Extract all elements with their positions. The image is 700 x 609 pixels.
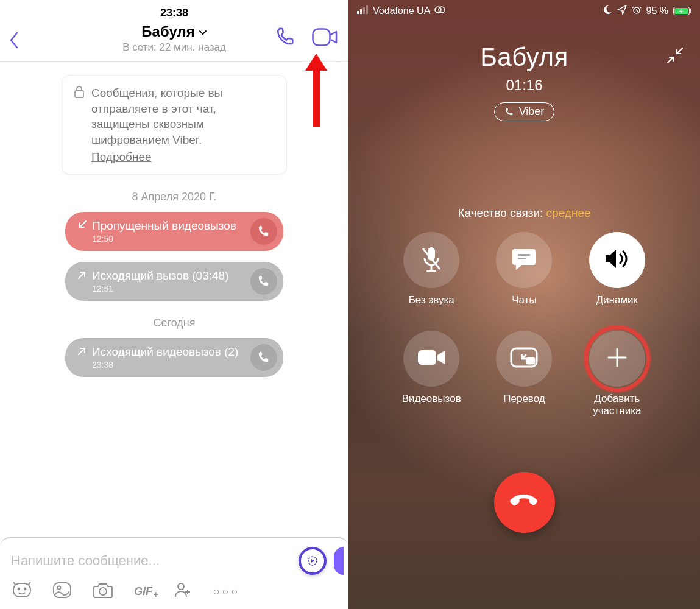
transfer-button[interactable]: Перевод	[478, 331, 570, 418]
voice-message-button[interactable]	[299, 547, 327, 575]
mention-icon[interactable]	[173, 581, 193, 602]
svg-point-7	[58, 586, 61, 590]
svg-point-15	[439, 7, 445, 13]
chats-label: Чаты	[512, 294, 536, 320]
mute-label: Без звука	[409, 294, 454, 320]
call-back-button[interactable]	[250, 218, 277, 245]
transfer-label: Перевод	[503, 393, 545, 418]
svg-point-5	[24, 588, 26, 590]
video-label: Видеовызов	[402, 393, 461, 418]
signal-icon	[357, 5, 369, 16]
svg-rect-26	[418, 350, 436, 365]
video-icon	[417, 348, 446, 370]
voice-call-button[interactable]	[275, 27, 296, 50]
lock-icon	[73, 85, 85, 103]
quality-value: среднее	[546, 206, 591, 219]
chevron-down-icon	[199, 23, 207, 40]
arrow-out-icon	[77, 269, 87, 283]
encryption-text: Сообщения, которые вы отправляете в этот…	[91, 86, 222, 146]
call-back-button[interactable]	[250, 344, 277, 371]
svg-rect-21	[431, 265, 433, 270]
call-time: 12:50	[77, 234, 242, 244]
call-controls: Без звука Чаты Динамик Видеовызов	[348, 220, 700, 418]
add-participant-button[interactable]: Добавить участника	[571, 331, 663, 418]
location-icon	[617, 5, 627, 17]
call-duration: 01:16	[348, 77, 700, 94]
video-button[interactable]: Видеовызов	[385, 331, 478, 418]
chat-header: Бабуля В сети: 22 мин. назад	[0, 19, 348, 62]
transfer-icon	[509, 346, 539, 371]
call-log-outgoing[interactable]: Исходящий вызов (03:48) 12:51	[65, 262, 283, 301]
call-contact-name: Бабуля	[348, 43, 700, 72]
chat-icon	[511, 247, 537, 273]
svg-rect-19	[690, 9, 691, 13]
call-title: Исходящий видеовызов (2)	[92, 345, 238, 359]
hangup-icon	[509, 485, 540, 519]
status-time: 23:38	[160, 7, 188, 19]
svg-rect-25	[518, 258, 526, 259]
call-title: Пропущенный видеовызов	[92, 219, 236, 233]
annotation-highlight	[584, 326, 650, 392]
alarm-icon	[632, 5, 642, 17]
svg-rect-28	[527, 358, 534, 364]
svg-rect-13	[366, 5, 368, 14]
hangup-button[interactable]	[494, 472, 555, 533]
sticker-icon[interactable]	[12, 581, 32, 602]
svg-rect-3	[13, 583, 30, 597]
more-icon[interactable]: ○○○	[213, 585, 241, 598]
scroll-fab[interactable]	[334, 547, 344, 575]
svg-rect-0	[313, 29, 330, 46]
add-label: Добавить участника	[571, 393, 663, 418]
call-back-button[interactable]	[250, 268, 277, 295]
back-button[interactable]	[9, 30, 19, 52]
viber-badge-text: Viber	[519, 105, 545, 118]
status-bar: 23:38	[0, 0, 348, 19]
speaker-icon	[603, 247, 631, 273]
date-separator: 8 Апреля 2020 Г.	[9, 191, 340, 203]
svg-rect-24	[518, 254, 530, 256]
mute-button[interactable]: Без звука	[385, 232, 478, 320]
status-bar: Vodafone UA 95 %	[348, 0, 700, 22]
svg-rect-12	[363, 7, 365, 14]
call-log-outgoing[interactable]: Исходящий видеовызов (2) 23:38	[65, 338, 283, 377]
svg-rect-11	[360, 9, 362, 14]
chat-body: Сообщения, которые вы отправляете в этот…	[0, 62, 348, 537]
viber-badge: Viber	[494, 102, 555, 121]
message-input-area: Напишите сообщение... GIF+	[0, 537, 348, 609]
call-title: Исходящий вызов (03:48)	[92, 269, 229, 283]
svg-point-8	[99, 588, 107, 595]
svg-point-4	[18, 588, 20, 590]
quality-label: Качество связи:	[458, 206, 546, 219]
svg-rect-22	[426, 270, 436, 272]
call-header: Бабуля 01:16 Viber	[348, 22, 700, 121]
speaker-button[interactable]: Динамик	[571, 232, 663, 320]
svg-rect-1	[75, 91, 83, 97]
arrow-out-icon	[77, 345, 87, 359]
call-screen: Vodafone UA 95 % Бабуля 01:16 Viber	[348, 0, 700, 609]
battery-label: 95 %	[646, 5, 668, 16]
mic-off-icon	[419, 245, 444, 275]
gif-icon[interactable]: GIF+	[134, 585, 152, 598]
battery-icon	[673, 7, 691, 15]
contact-name[interactable]: Бабуля	[141, 23, 207, 40]
call-log-missed[interactable]: Пропущенный видеовызов 12:50	[65, 212, 283, 251]
date-separator: Сегодня	[9, 317, 340, 329]
svg-rect-6	[54, 583, 71, 597]
svg-rect-10	[357, 11, 359, 14]
encryption-more-link[interactable]: Подробнее	[91, 149, 152, 165]
carrier-label: Vodafone UA	[373, 5, 430, 16]
video-call-button[interactable]	[312, 28, 338, 49]
camera-icon[interactable]	[93, 582, 113, 601]
call-time: 23:38	[77, 360, 242, 370]
message-input[interactable]: Напишите сообщение...	[9, 549, 291, 572]
gallery-icon[interactable]	[52, 582, 72, 601]
arrow-in-icon	[77, 219, 87, 233]
contact-name-text: Бабуля	[141, 23, 194, 40]
moon-icon	[603, 5, 612, 17]
minimize-button[interactable]	[666, 46, 684, 67]
hotspot-icon	[434, 5, 446, 16]
chats-button[interactable]: Чаты	[478, 232, 570, 320]
chat-screen: 23:38 Бабуля В сети: 22 мин. назад	[0, 0, 348, 609]
call-quality: Качество связи: среднее	[348, 206, 700, 220]
svg-point-9	[178, 583, 184, 590]
